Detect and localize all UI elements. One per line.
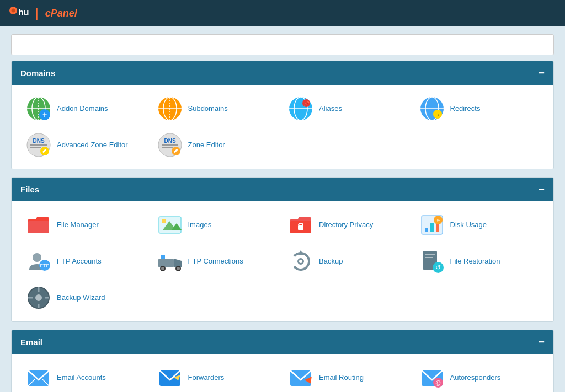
section-header-domains[interactable]: Domains− [12, 61, 553, 85]
item-zone-editor[interactable]: DNSZone Editor [154, 130, 281, 160]
label-subdomains: Subdomains [188, 104, 228, 114]
label-addon-domains: Addon Domains [57, 104, 108, 114]
item-aliases[interactable]: 📌Aliases [285, 94, 412, 123]
icon-email-routing [288, 365, 313, 390]
label-backup: Backup [319, 257, 343, 266]
label-disk-usage: Disk Usage [450, 221, 487, 230]
section-title-files: Files [20, 185, 39, 194]
icon-ftp-connections [157, 249, 183, 274]
svg-rect-32 [162, 147, 173, 148]
svg-rect-51 [158, 259, 174, 267]
icon-file-restoration: ↺ [419, 249, 445, 274]
svg-text:→: → [434, 111, 440, 118]
cpanel-logo-text: cPanel [45, 8, 77, 19]
icon-disk-usage: % [419, 212, 445, 238]
svg-text:📌: 📌 [303, 100, 310, 107]
svg-point-60 [299, 260, 302, 263]
section-header-files[interactable]: Files− [12, 178, 553, 201]
icon-aliases: 📌 [288, 96, 313, 121]
svg-rect-41 [298, 225, 303, 230]
item-images[interactable]: Images [154, 210, 281, 240]
item-email-routing[interactable]: Email Routing [285, 363, 412, 392]
icon-forwarders [157, 365, 183, 390]
sections-container: Domains−+Addon DomainsSubdomains📌Aliases… [0, 61, 565, 392]
section-body-email: Email AccountsForwardersEmail Routing@Au… [12, 354, 553, 392]
section-header-email[interactable]: Email− [12, 330, 553, 354]
icon-autoresponders: @ [419, 365, 445, 390]
section-email: Email−Email AccountsForwardersEmail Rout… [11, 330, 554, 392]
icon-backup [288, 249, 313, 274]
search-bar [0, 26, 565, 61]
item-disk-usage[interactable]: %Disk Usage [416, 210, 543, 240]
item-file-manager[interactable]: File Manager [23, 210, 150, 240]
icon-zone-editor: DNS [157, 132, 183, 158]
header: hub | cPanel [0, 0, 565, 26]
svg-rect-63 [425, 257, 433, 258]
item-directory-privacy[interactable]: Directory Privacy [285, 210, 412, 240]
section-toggle-files[interactable]: − [538, 183, 545, 196]
label-zone-editor: Zone Editor [188, 141, 225, 150]
icon-file-manager [26, 212, 51, 238]
search-input[interactable] [11, 34, 554, 55]
item-redirects[interactable]: →Redirects [416, 94, 543, 123]
section-toggle-email[interactable]: − [538, 336, 545, 348]
icon-backup-wizard [26, 285, 51, 310]
item-autoresponders[interactable]: @Autoresponders [416, 363, 543, 392]
svg-point-54 [161, 267, 164, 270]
section-toggle-domains[interactable]: − [538, 67, 545, 79]
icon-images [157, 212, 183, 238]
label-email-routing: Email Routing [319, 373, 364, 383]
section-title-email: Email [20, 337, 42, 347]
label-file-manager: File Manager [57, 221, 99, 230]
item-forwarders[interactable]: Forwarders [154, 363, 281, 392]
label-redirects: Redirects [450, 104, 481, 114]
label-backup-wizard: Backup Wizard [57, 293, 105, 303]
section-body-domains: +Addon DomainsSubdomains📌Aliases→Redirec… [12, 85, 553, 169]
label-images: Images [188, 221, 212, 230]
item-ftp-connections[interactable]: FTP Connections [154, 246, 281, 276]
svg-text:DNS: DNS [164, 138, 175, 144]
icon-redirects: → [419, 96, 445, 121]
svg-text:↺: ↺ [435, 264, 441, 271]
item-advanced-zone-editor[interactable]: DNSAdvanced Zone Editor [23, 130, 150, 160]
item-file-restoration[interactable]: ↺File Restoration [416, 246, 543, 276]
svg-text:%: % [435, 218, 440, 223]
svg-rect-43 [425, 228, 428, 232]
item-addon-domains[interactable]: +Addon Domains [23, 94, 150, 123]
icon-addon-domains: + [26, 96, 51, 121]
hub-logo: hub | cPanel [9, 5, 77, 22]
svg-point-67 [35, 294, 42, 301]
svg-text:FTP: FTP [40, 263, 50, 269]
icon-advanced-zone-editor: DNS [26, 132, 51, 158]
svg-rect-31 [162, 144, 178, 146]
svg-point-48 [33, 253, 41, 262]
label-ftp-accounts: FTP Accounts [57, 257, 102, 266]
item-backup-wizard[interactable]: Backup Wizard [23, 283, 150, 313]
label-email-accounts: Email Accounts [57, 373, 106, 383]
svg-point-39 [162, 219, 166, 223]
label-ftp-connections: FTP Connections [188, 257, 243, 266]
label-advanced-zone-editor: Advanced Zone Editor [57, 141, 128, 150]
section-domains: Domains−+Addon DomainsSubdomains📌Aliases… [11, 61, 554, 169]
svg-rect-57 [161, 255, 165, 259]
svg-rect-26 [30, 147, 41, 148]
label-aliases: Aliases [319, 104, 342, 114]
item-ftp-accounts[interactable]: FTPFTP Accounts [23, 246, 150, 276]
label-directory-privacy: Directory Privacy [319, 221, 373, 230]
label-forwarders: Forwarders [188, 373, 225, 383]
svg-text:+: + [42, 110, 47, 119]
label-file-restoration: File Restoration [450, 257, 500, 266]
item-backup[interactable]: Backup [285, 246, 412, 276]
item-subdomains[interactable]: Subdomains [154, 94, 281, 123]
hub-logo-icon: hub [9, 5, 29, 22]
svg-rect-35 [28, 221, 49, 233]
item-email-accounts[interactable]: Email Accounts [23, 363, 150, 392]
svg-text:DNS: DNS [33, 138, 44, 144]
label-autoresponders: Autoresponders [450, 373, 501, 383]
svg-rect-62 [425, 254, 435, 255]
icon-ftp-accounts: FTP [26, 249, 51, 274]
svg-text:hub: hub [18, 8, 29, 17]
section-body-files: File ManagerImagesDirectory Privacy%Disk… [12, 201, 553, 321]
section-title-domains: Domains [20, 68, 55, 78]
svg-point-56 [177, 267, 180, 270]
